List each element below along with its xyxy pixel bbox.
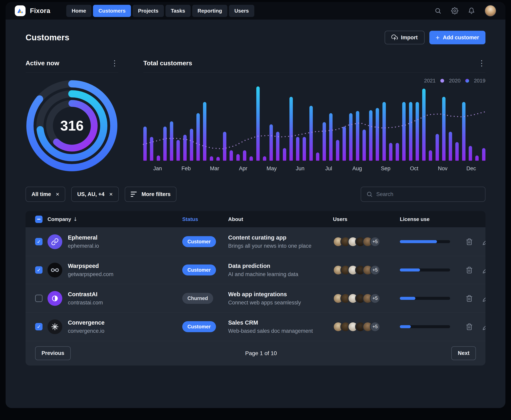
company-domain: getwarpspeed.com (68, 271, 113, 278)
filter-chip-all-time[interactable]: All time × (26, 187, 65, 202)
chip-label: US, AU, +4 (77, 191, 104, 197)
chip-label: All time (31, 191, 51, 197)
column-header-status[interactable]: Status (182, 216, 228, 222)
month-label: Apr (229, 165, 257, 172)
edit-pencil-icon[interactable] (482, 295, 485, 302)
row-checkbox[interactable]: ✓ (35, 238, 43, 245)
divider (143, 72, 485, 73)
search-icon[interactable] (434, 7, 442, 14)
remove-filter-icon[interactable]: × (56, 191, 60, 198)
users-avatars: +5 (333, 265, 400, 275)
legend-label: 2021 (424, 78, 436, 84)
month-label: Feb (172, 165, 200, 172)
status-badge: Churned (182, 293, 213, 304)
table-pagination: Previous Page 1 of 10 Next (26, 341, 485, 366)
next-page-button[interactable]: Next (451, 346, 476, 360)
about-subtitle: Web-based sales doc management (228, 328, 333, 334)
company-cell[interactable]: Ephemeral ephemeral.io (47, 234, 182, 249)
users-avatars: +5 (333, 237, 400, 247)
delete-trash-icon[interactable] (466, 238, 473, 245)
company-name: Convergence (68, 319, 105, 326)
column-header-about[interactable]: About (228, 216, 333, 222)
nav-item-users[interactable]: Users (229, 5, 254, 17)
table-row: ✓ Warpspeed getwarpspeed.com Customer Da… (26, 256, 485, 284)
about-title: Web app integrations (228, 291, 333, 298)
table-header: Company↓ Status About Users License use (26, 211, 485, 227)
company-logo-asterisk-icon (47, 319, 62, 334)
license-progress (400, 240, 450, 243)
company-logo-loop-icon (47, 263, 62, 278)
select-all-checkbox[interactable] (35, 216, 43, 223)
column-header-license[interactable]: License use (400, 216, 466, 222)
company-domain: ephemeral.io (68, 243, 99, 249)
legend-dot-icon (465, 79, 469, 83)
legend-label: 2019 (474, 78, 485, 84)
nav-item-home[interactable]: Home (66, 5, 91, 17)
upload-cloud-icon (391, 34, 398, 41)
extra-users-badge[interactable]: +5 (370, 237, 380, 247)
table-search[interactable] (361, 187, 485, 202)
delete-trash-icon[interactable] (466, 323, 473, 330)
chart-month-labels: JanFebMarAprMayJunJulAugSepOctNovDec (143, 165, 485, 172)
sort-desc-icon: ↓ (73, 216, 77, 222)
user-avatar[interactable] (485, 5, 496, 16)
nav-item-customers[interactable]: Customers (93, 5, 131, 17)
search-input[interactable] (376, 191, 480, 197)
month-label: Jul (314, 165, 343, 172)
delete-trash-icon[interactable] (466, 267, 473, 274)
edit-pencil-icon[interactable] (482, 238, 485, 245)
users-avatars: +5 (333, 293, 400, 304)
nav-item-reporting[interactable]: Reporting (192, 5, 227, 17)
edit-pencil-icon[interactable] (482, 323, 485, 330)
total-customers-menu-icon[interactable]: ⋮ (478, 59, 485, 67)
license-progress (400, 297, 450, 300)
about-title: Sales CRM (228, 319, 333, 326)
top-bar: Fixora HomeCustomersProjectsTasksReporti… (6, 2, 505, 20)
row-checkbox[interactable] (35, 295, 43, 302)
remove-filter-icon[interactable]: × (109, 191, 113, 198)
settings-gear-icon[interactable] (451, 7, 458, 14)
license-progress (400, 325, 450, 328)
month-label: Nov (428, 165, 457, 172)
search-icon (366, 191, 373, 197)
extra-users-badge[interactable]: +5 (370, 265, 380, 275)
filter-chip-countries[interactable]: US, AU, +4 × (71, 187, 119, 202)
more-filters-button[interactable]: More filters (125, 187, 177, 202)
active-now-value: 316 (26, 78, 118, 173)
add-customer-button[interactable]: + Add customer (429, 31, 485, 44)
brand[interactable]: Fixora (15, 5, 50, 16)
license-progress (400, 269, 450, 271)
main-nav: HomeCustomersProjectsTasksReportingUsers (66, 5, 254, 17)
month-label: Sep (371, 165, 400, 172)
about-subtitle: AI and machine learning data (228, 271, 333, 278)
company-cell[interactable]: ContrastAI contrastai.com (47, 291, 182, 306)
company-logo-contrast-icon (47, 291, 62, 306)
import-button[interactable]: Import (385, 31, 425, 44)
row-checkbox[interactable]: ✓ (35, 323, 43, 330)
company-cell[interactable]: Warpspeed getwarpspeed.com (47, 263, 182, 278)
month-label: Mar (200, 165, 229, 172)
notifications-bell-icon[interactable] (468, 7, 475, 14)
trend-line (143, 86, 485, 161)
company-cell[interactable]: Convergence convergence.io (47, 319, 182, 334)
about-title: Data prediction (228, 263, 333, 269)
delete-trash-icon[interactable] (466, 295, 473, 302)
active-now-title: Active now (26, 60, 59, 67)
column-header-users[interactable]: Users (333, 216, 400, 222)
extra-users-badge[interactable]: +5 (370, 293, 380, 304)
more-filters-label: More filters (142, 191, 171, 197)
status-badge: Customer (182, 264, 216, 276)
month-label: Jan (143, 165, 172, 172)
about-title: Content curating app (228, 234, 333, 241)
row-checkbox[interactable]: ✓ (35, 266, 43, 274)
previous-page-button[interactable]: Previous (35, 346, 71, 360)
extra-users-badge[interactable]: +5 (370, 322, 380, 332)
nav-item-projects[interactable]: Projects (133, 5, 164, 17)
nav-item-tasks[interactable]: Tasks (165, 5, 191, 17)
active-now-donut-chart: 316 (26, 78, 118, 173)
column-header-company[interactable]: Company↓ (47, 216, 182, 222)
company-name: ContrastAI (68, 291, 103, 298)
active-now-menu-icon[interactable]: ⋮ (111, 59, 118, 67)
edit-pencil-icon[interactable] (482, 267, 485, 274)
fixora-logo-icon (15, 5, 26, 16)
